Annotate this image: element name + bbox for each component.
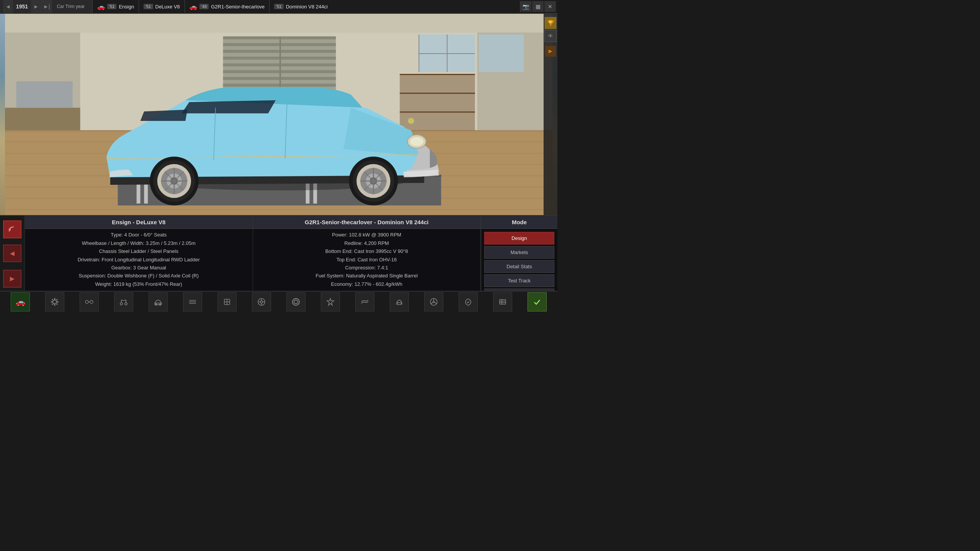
svg-rect-73: [51, 302, 52, 303]
main-3d-view: [0, 14, 557, 224]
svg-rect-75: [52, 299, 53, 300]
stats-right-column: G2R1-Senior-thecarlover - Dominion V8 24…: [253, 216, 481, 291]
steering-tab-button[interactable]: [424, 292, 443, 311]
svg-point-80: [90, 300, 93, 303]
dominion-name: Dominion V8 244ci: [286, 4, 328, 10]
svg-rect-20: [479, 34, 524, 72]
svg-rect-24: [400, 111, 475, 112]
grid-button[interactable]: ▦: [532, 1, 544, 12]
svg-rect-26: [5, 108, 80, 130]
svg-point-107: [433, 301, 434, 303]
stat-row-chassis: Chassis Steel Ladder / Steel Panels: [31, 248, 247, 256]
exhaust-tab-button[interactable]: [183, 292, 202, 311]
suspension-tab-button[interactable]: [114, 292, 133, 311]
expand-arrow-button[interactable]: ►: [545, 46, 556, 57]
svg-point-82: [120, 303, 122, 305]
ensign-name: Ensign: [119, 4, 134, 10]
svg-point-97: [260, 301, 263, 303]
stat-row-type: Type: 4 Door - 6/0° Seats: [31, 231, 247, 239]
svg-rect-72: [54, 304, 56, 306]
svg-rect-19: [418, 53, 475, 54]
stat-row-economy: Economy: 12.77% - 602.4g/kWh: [259, 280, 475, 289]
stats-left-header: Ensign - DeLuxe V8: [25, 216, 253, 229]
wheels-tab-button[interactable]: [252, 292, 271, 311]
car-body-tab-button[interactable]: 🚗: [11, 292, 30, 311]
test-track-mode-button[interactable]: Test Track: [484, 274, 554, 287]
segment-ensign[interactable]: 🚗 '51 Ensign: [92, 0, 139, 13]
svg-rect-111: [500, 300, 506, 304]
stats-left-body: Type: 4 Door - 6/0° Seats Wheelbase / Le…: [25, 229, 253, 291]
svg-rect-36: [5, 209, 552, 210]
svg-point-83: [125, 303, 127, 305]
svg-point-68: [408, 118, 414, 124]
car-front-tab-button[interactable]: [149, 292, 168, 311]
nav-end-button[interactable]: ►|: [41, 0, 52, 13]
svg-rect-22: [400, 74, 475, 75]
svg-point-103: [294, 300, 298, 304]
stat-row-bottom-end: Bottom End: Cast Iron 3995cc V 90°8: [259, 248, 475, 256]
svg-rect-77: [52, 303, 53, 305]
mode-header: Mode: [481, 216, 557, 229]
next-car-button[interactable]: ►: [3, 270, 21, 288]
drivetrain-tab-button[interactable]: [80, 292, 99, 311]
svg-point-47: [410, 137, 423, 146]
svg-rect-76: [56, 299, 58, 300]
design-mode-button[interactable]: Design: [484, 232, 554, 245]
top-bar-left: ◄ 1951 ► ►| Car Trim year: [0, 0, 92, 13]
segment-deluxe[interactable]: '51 DeLuxe V8: [139, 0, 185, 13]
stats-right-header: G2R1-Senior-thecarlover - Dominion V8 24…: [253, 216, 481, 229]
svg-marker-104: [327, 298, 334, 305]
year-tag-2: '51: [144, 4, 153, 9]
bottom-panel: ◄ ► Ensign - DeLuxe V8 Type: 4 Door - 6/…: [0, 215, 557, 291]
stat-row-drivetrain: Drivetrain: Front Longitudinal Longitudi…: [31, 256, 247, 264]
svg-rect-27: [16, 82, 72, 108]
svg-rect-74: [57, 302, 59, 303]
screenshot-button[interactable]: 📷: [520, 1, 531, 12]
interior-tab-button[interactable]: [390, 292, 409, 311]
taskbar: 🚗: [0, 291, 557, 312]
stat-row-suspension: Suspension: Double Wishbone (F) / Solid …: [31, 272, 247, 280]
back-icon-button[interactable]: [3, 220, 21, 238]
nav-forward-button[interactable]: ►: [31, 0, 41, 13]
car-icon-2: 🚗: [189, 3, 197, 10]
markets-mode-button[interactable]: Markets: [484, 246, 554, 259]
svg-line-110: [434, 302, 437, 304]
stat-row-dimensions: Wheelbase / Length / Width: 3.25m / 5.23…: [31, 240, 247, 248]
engine-cog-tab-button[interactable]: [45, 292, 64, 311]
eye-button[interactable]: 👁: [544, 30, 557, 42]
segment-dominion[interactable]: '51 Dominion V8 244ci: [269, 0, 332, 13]
svg-rect-78: [56, 303, 58, 305]
detail-stats-mode-button[interactable]: Detail Stats: [484, 260, 554, 273]
stat-row-power: Power: 102.8 kW @ 3900 RPM: [259, 231, 475, 239]
gearbox-tab-button[interactable]: [217, 292, 237, 311]
year-tag-1: '51: [107, 4, 116, 9]
car-icon-1: 🚗: [97, 3, 105, 10]
svg-rect-23: [400, 93, 475, 94]
stat-row-gearbox: Gearbox: 3 Gear Manual: [31, 264, 247, 272]
confirm-button[interactable]: [528, 292, 547, 311]
svg-point-79: [85, 300, 88, 303]
nav-back-button[interactable]: ◄: [3, 0, 13, 13]
safety-tab-button[interactable]: [459, 292, 478, 311]
svg-rect-105: [397, 303, 401, 305]
stat-row-weight: Weight: 1619 kg (53% Front/47% Rear): [31, 280, 247, 289]
brakes-tab-button[interactable]: [321, 292, 340, 311]
top-bar: ◄ 1951 ► ►| Car Trim year 🚗 '51 Ensign '…: [0, 0, 557, 14]
mode-panel: Mode Design Markets Detail Stats Test Tr…: [481, 216, 557, 291]
advanced-tab-button[interactable]: [493, 292, 512, 311]
aero-tab-button[interactable]: [355, 292, 374, 311]
top-bar-right: 📷 ▦ ✕: [520, 0, 557, 13]
award-icon-button[interactable]: 🏆: [544, 17, 557, 29]
svg-point-102: [292, 298, 299, 305]
prev-car-button[interactable]: ◄: [3, 245, 21, 262]
stats-left-column: Ensign - DeLuxe V8 Type: 4 Door - 6/0° S…: [25, 216, 253, 291]
segment-g2r1[interactable]: 🚗 '49 G2R1-Senior-thecarlove: [185, 0, 270, 13]
tires-tab-button[interactable]: [286, 292, 305, 311]
stat-row-fuel: Fuel System: Naturally Aspirated Single …: [259, 272, 475, 280]
bottom-left-icons: ◄ ►: [0, 216, 25, 291]
stat-row-redline: Redline: 4,200 RPM: [259, 240, 475, 248]
close-button[interactable]: ✕: [544, 1, 556, 12]
stat-row-top-end: Top End: Cast Iron OHV-16: [259, 256, 475, 264]
year-display: 1951: [13, 3, 31, 10]
car-trim-year-label: Car Trim year: [52, 4, 89, 9]
